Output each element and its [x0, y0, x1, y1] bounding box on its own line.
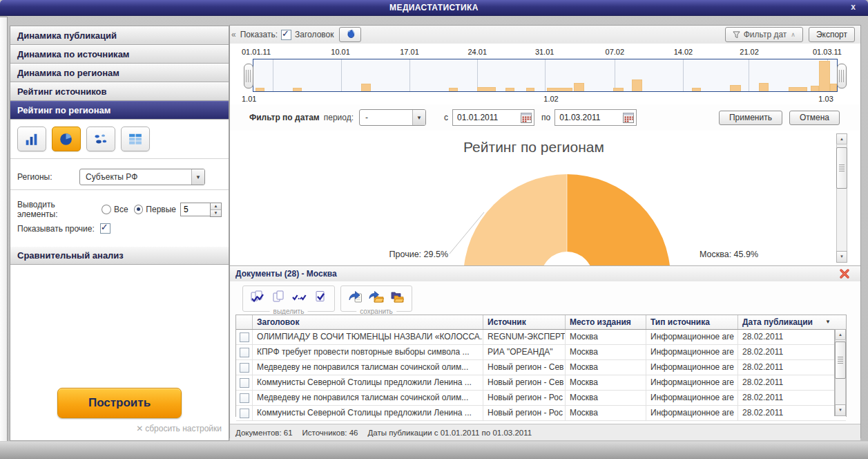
- page-check-icon[interactable]: [311, 288, 328, 305]
- table-view-button[interactable]: [121, 127, 150, 151]
- copy-pages-icon[interactable]: [270, 288, 287, 305]
- timeline-bar: [730, 85, 740, 91]
- save-folder-icon[interactable]: [368, 288, 385, 305]
- sidebar-item[interactable]: Динамика по регионам: [10, 64, 229, 82]
- timeline-gridline: [341, 59, 342, 91]
- reset-settings-link[interactable]: ✕сбросить настройки: [17, 424, 222, 433]
- chevron-down-icon[interactable]: ▼: [412, 110, 425, 125]
- apply-button[interactable]: Применить: [719, 111, 782, 125]
- date-from-input[interactable]: [453, 113, 521, 122]
- filter-dates-button[interactable]: Фильтр дат ∧: [725, 27, 803, 42]
- column-header-Дата публикации[interactable]: Дата публикации▼: [738, 315, 835, 329]
- window-close-icon[interactable]: x: [848, 2, 858, 12]
- cell: Новый регион - Рос: [483, 406, 566, 420]
- cell: Москва: [566, 406, 646, 420]
- sidebar-item[interactable]: Рейтинг по регионам: [10, 101, 229, 120]
- chart-scrollbar[interactable]: ▲ ▼: [836, 133, 847, 263]
- period-select[interactable]: - ▼: [359, 109, 426, 126]
- bar-chart-button[interactable]: [17, 127, 46, 151]
- cancel-button[interactable]: Отмена: [789, 111, 840, 125]
- headline-checkbox[interactable]: [281, 30, 291, 40]
- timeline-date-label: 10.01: [331, 48, 350, 56]
- row-checkbox[interactable]: [240, 348, 249, 357]
- calendar-icon[interactable]: [623, 113, 634, 123]
- cell-checkbox: [236, 391, 253, 405]
- cell: Москва: [566, 375, 646, 390]
- row-checkbox[interactable]: [240, 363, 249, 373]
- toolbar-group-сохранить: сохранить: [340, 285, 412, 312]
- row-checkbox[interactable]: [240, 393, 249, 403]
- build-button[interactable]: Построить: [57, 388, 182, 418]
- timeline-top-labels: 01.01.1110.0117.0124.0131.0107.0214.0221…: [253, 48, 838, 56]
- timeline-bar: [574, 83, 584, 91]
- radio-all[interactable]: [102, 205, 111, 214]
- table-row[interactable]: Коммунисты Северной Столицы предложили Л…: [236, 375, 846, 391]
- period-value: -: [360, 113, 412, 122]
- scroll-thumb[interactable]: [835, 341, 846, 379]
- copy-folders-icon[interactable]: [389, 288, 405, 305]
- sidebar-item-comparative[interactable]: Сравнительный анализ: [10, 246, 229, 265]
- sidebar-item[interactable]: Рейтинг источников: [10, 82, 229, 101]
- app-window: МЕДИАСТАТИСТИКА x Динамика публикацийДин…: [0, 0, 868, 459]
- table-row[interactable]: Коммунисты Северной Столицы предложили Л…: [236, 406, 846, 421]
- table-row[interactable]: Медведеву не понравился талисман сочинск…: [236, 391, 846, 406]
- cell: Коммунисты Северной Столицы предложили Л…: [253, 375, 483, 390]
- cell: 28.02.2011: [738, 391, 846, 405]
- collapse-sidebar-icon[interactable]: «: [231, 30, 236, 39]
- column-header-Тип источника[interactable]: Тип источника: [646, 315, 738, 329]
- table-row[interactable]: ОЛИМПИАДУ В СОЧИ ТЮМЕНЦЫ НАЗВАЛИ «КОЛОСС…: [236, 330, 846, 345]
- regions-select[interactable]: Субъекты РФ ▼: [79, 169, 205, 185]
- check-sequence-icon[interactable]: [291, 288, 307, 305]
- callout-moscow: Москва: 45.9%: [700, 250, 758, 259]
- table-scrollbar[interactable]: ▲ ▼: [834, 329, 846, 416]
- row-checkbox[interactable]: [240, 332, 249, 342]
- column-header-Заголовок[interactable]: Заголовок: [253, 315, 483, 329]
- cell: Москва: [566, 345, 646, 359]
- scatter-chart-button[interactable]: [86, 127, 115, 151]
- spinner-down-icon[interactable]: ▼: [211, 209, 221, 216]
- sidebar-item[interactable]: Динамика по источникам: [10, 45, 229, 64]
- row-checkbox[interactable]: [240, 378, 249, 388]
- scroll-down-icon[interactable]: ▼: [836, 251, 847, 263]
- close-x-icon[interactable]: [839, 268, 850, 279]
- select-all-icon[interactable]: [249, 288, 266, 305]
- show-others-checkbox[interactable]: [100, 223, 110, 234]
- save-document-icon[interactable]: [347, 288, 364, 305]
- scroll-down-icon[interactable]: ▼: [835, 404, 846, 416]
- calendar-icon[interactable]: [521, 113, 532, 123]
- sort-desc-icon: ▼: [825, 317, 831, 325]
- timeline-bottom-labels: 1.011.021.03: [253, 95, 838, 103]
- radio-first[interactable]: [134, 205, 144, 214]
- collapsed-left-strip[interactable]: [0, 17, 8, 442]
- timeline-left-handle[interactable]: [244, 64, 253, 88]
- table-row[interactable]: КПРФ требует провести повторные выборы с…: [236, 345, 846, 360]
- chevron-down-icon[interactable]: ▼: [191, 169, 204, 185]
- rating-regions-panel: Регионы: Субъекты РФ ▼ Выводить элементы…: [10, 120, 229, 241]
- cell: Информационное аге: [646, 330, 738, 344]
- spinner-up-icon[interactable]: ▲: [211, 203, 221, 209]
- timeline-strip[interactable]: [253, 59, 838, 92]
- timeline-gridline: [545, 59, 546, 91]
- sidebar-item[interactable]: Динамика публикаций: [10, 26, 229, 45]
- fill-color-button[interactable]: [339, 27, 361, 42]
- timeline-date-label: 21.02: [740, 48, 759, 56]
- timeline-date-label: 07.02: [606, 48, 625, 56]
- scroll-thumb[interactable]: [836, 147, 847, 189]
- table-row[interactable]: Медведеву не понравился талисман сочинск…: [236, 360, 846, 375]
- sidebar: Динамика публикацийДинамика по источника…: [10, 26, 229, 441]
- main-toolbar: « Показать: Заголовок Фильтр дат ∧: [230, 26, 860, 44]
- export-button[interactable]: Экспорт: [809, 27, 855, 42]
- date-to-input[interactable]: [555, 113, 623, 122]
- regions-label: Регионы:: [17, 172, 79, 182]
- column-header-Место издания[interactable]: Место издания: [566, 315, 646, 329]
- column-header-Источник[interactable]: Источник: [483, 315, 566, 329]
- column-header-checkbox[interactable]: [236, 315, 253, 329]
- cell-checkbox: [236, 406, 253, 420]
- row-checkbox[interactable]: [240, 409, 249, 418]
- first-count-input[interactable]: [180, 203, 210, 216]
- timeline-right-handle[interactable]: [837, 64, 847, 88]
- pie-slice-moscow[interactable]: [567, 174, 671, 265]
- pie-chart-button[interactable]: [52, 127, 81, 151]
- timeline-gridline: [273, 59, 273, 91]
- chart-title: Рейтинг по регионам: [230, 139, 838, 156]
